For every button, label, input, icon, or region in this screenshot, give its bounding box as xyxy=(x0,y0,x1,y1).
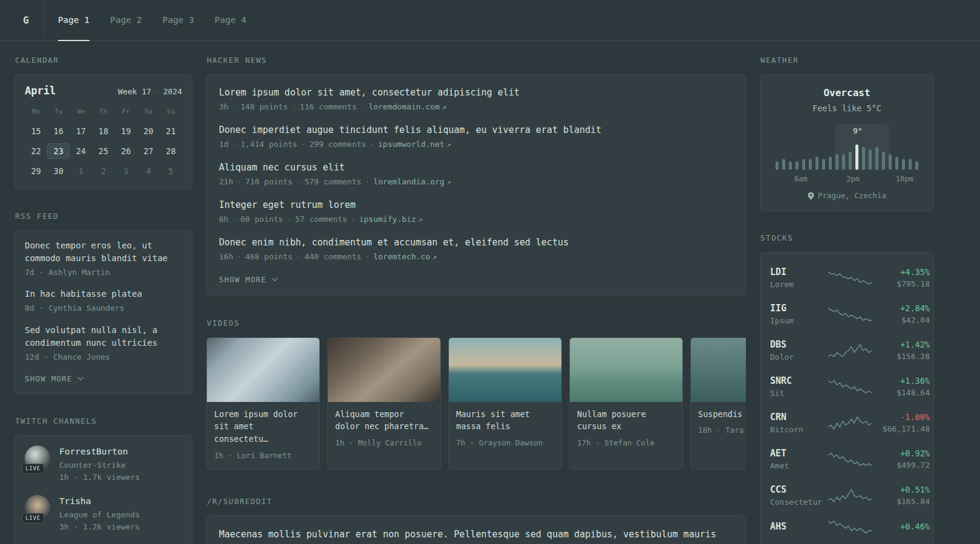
live-badge: LIVE xyxy=(22,513,44,524)
rss-list: Donec tempor eros leo, ut commodo mauris… xyxy=(25,239,182,363)
stock-row[interactable]: AHS +0.46% xyxy=(770,514,924,540)
stock-row[interactable]: SNRC Sit +1.36% $148.64 xyxy=(770,369,924,405)
separator: · xyxy=(361,102,365,111)
hn-item-age: 21h xyxy=(219,177,233,186)
hn-item-domain-link[interactable]: ipsumify.biz↗ xyxy=(359,215,423,224)
calendar-dow-label: Fr xyxy=(115,107,137,117)
stock-row[interactable]: IIG Ipsum +2.84% $42.04 xyxy=(770,296,924,332)
rss-item: In hac habitasse platea 8d · Cynthia Sau… xyxy=(25,288,182,314)
video-title: Suspendis diam xyxy=(698,408,746,421)
hn-item-age: 16h xyxy=(219,252,233,261)
stock-symbol: IIG xyxy=(770,302,828,316)
hn-item-title[interactable]: Integer eget rutrum lorem xyxy=(219,198,733,212)
rss-section: RSS FEED Donec tempor eros leo, ut commo… xyxy=(15,211,192,395)
calendar-day: 27 xyxy=(137,143,160,159)
stock-row[interactable]: CCS Consectetur +0.51% $165.84 xyxy=(770,478,924,514)
stock-row[interactable]: LDI Lorem +4.35% $795.18 xyxy=(770,260,924,296)
stock-name: Sit xyxy=(770,387,828,400)
hn-item-title[interactable]: Lorem ipsum dolor sit amet, consectetur … xyxy=(219,86,733,100)
page-tab[interactable]: Page 1 xyxy=(58,0,90,40)
hn-item-comments-link[interactable]: 299 comments xyxy=(309,140,366,149)
channel-game: Counter-Strike xyxy=(59,461,126,470)
hn-item-domain-link[interactable]: ipsumworld.net↗ xyxy=(378,140,451,149)
hn-item-domain-link[interactable]: loremlandia.org↗ xyxy=(373,177,451,186)
video-title: Lorem ipsum dolor sit amet consectetu… xyxy=(214,408,312,446)
hn-item-comments-link[interactable]: 116 comments xyxy=(300,102,357,111)
stock-price: $66,171.48 xyxy=(872,423,930,435)
right-column: WEATHER Overcast Feels like 5°C 9° 6am2p… xyxy=(760,55,934,544)
calendar-day: 21 xyxy=(160,123,182,139)
time-label: 2pm xyxy=(846,173,860,184)
calendar-day: 30 xyxy=(47,163,70,179)
hn-item-comments-link[interactable]: 579 comments xyxy=(304,177,361,186)
rss-section-title: RSS FEED xyxy=(15,211,192,222)
stocks-section: STOCKS LDI Lorem +4.35% $795.18 xyxy=(760,233,934,544)
calendar-days-grid: 15 16 17 18 19 20 21 22 xyxy=(25,123,182,179)
channel-name: Trisha xyxy=(59,495,140,508)
weather-location: Prague, Czechia xyxy=(770,190,924,202)
app-logo: G xyxy=(15,0,44,40)
calendar-section-title: CALENDAR xyxy=(15,55,192,66)
hn-item-domain-link[interactable]: loremdomain.com↗ xyxy=(368,102,446,111)
page-tab[interactable]: Page 3 xyxy=(162,0,194,40)
hn-item-comments-link[interactable]: 57 comments xyxy=(295,215,347,224)
stock-name: Ipsum xyxy=(770,315,828,327)
separator: · xyxy=(370,140,374,149)
stock-row[interactable]: AET Amet +0.92% $499.72 xyxy=(770,441,924,478)
video-meta: 7h · Grayson Dawson xyxy=(456,438,554,449)
calendar-day: 20 xyxy=(137,123,160,139)
videos-section: VIDEOS Lorem ipsum dolor sit amet consec… xyxy=(206,318,746,470)
time-label: 10pm xyxy=(896,173,913,184)
twitch-channel-row[interactable]: LIVE Trisha League of Legends 3h · 1.2k … xyxy=(25,495,182,533)
stock-price: $148.64 xyxy=(872,387,930,399)
page-tab[interactable]: Page 4 xyxy=(215,0,246,40)
hn-item-points: 710 points xyxy=(245,177,292,186)
twitch-channel-list: LIVE ForrestBurton Counter-Strike 1h · 1… xyxy=(25,445,182,544)
calendar-dow-label: Sa xyxy=(137,107,160,117)
stock-price: $165.84 xyxy=(872,496,930,508)
weather-time-labels: 6am2pm10pm xyxy=(770,173,924,184)
rss-item-title[interactable]: Sed volutpat nulla nisl, a condimentum n… xyxy=(25,324,182,350)
video-card[interactable]: Mauris sit amet massa felis 7h · Grayson… xyxy=(448,337,562,470)
videos-section-title: VIDEOS xyxy=(207,318,746,329)
twitch-channel-row[interactable]: LIVE ForrestBurton Counter-Strike 1h · 1… xyxy=(25,445,182,483)
stock-row[interactable]: CRN Bitcorn -1.00% $66,171.48 xyxy=(770,405,924,441)
separator: · xyxy=(292,102,296,111)
rss-show-more-button[interactable]: SHOW MORE xyxy=(25,374,82,383)
hn-item-title[interactable]: Donec imperdiet augue tincidunt felis al… xyxy=(219,123,733,137)
video-title: Aliquam tempor dolor nec pharetra… xyxy=(335,408,433,433)
stock-symbol: AET xyxy=(770,447,828,461)
separator: · xyxy=(232,140,237,149)
calendar-widget: April Week 17·2024 MoTuWeThFrSaSu 15 16 … xyxy=(15,74,192,189)
stock-change: -1.00% xyxy=(872,411,930,423)
calendar-day: 17 xyxy=(70,123,92,139)
video-card[interactable]: Lorem ipsum dolor sit amet consectetu… 1… xyxy=(206,337,320,470)
rss-item-title[interactable]: Donec tempor eros leo, ut commodo mauris… xyxy=(25,239,182,265)
hacker-news-item: Lorem ipsum dolor sit amet, consectetur … xyxy=(219,86,733,113)
weather-widget: Overcast Feels like 5°C 9° 6am2pm10pm Pr… xyxy=(760,74,934,211)
video-card[interactable]: Suspendis diam 18h · Tara xyxy=(690,337,746,470)
hn-show-more-button[interactable]: SHOW MORE xyxy=(219,275,276,284)
top-nav: G Page 1 Page 2 Page 3 Page 4 xyxy=(0,0,980,41)
twitch-widget: LIVE ForrestBurton Counter-Strike 1h · 1… xyxy=(15,435,192,544)
weather-temp-label: 9° xyxy=(853,125,863,137)
hn-item-title[interactable]: Donec enim nibh, condimentum et accumsan… xyxy=(219,236,733,250)
hn-item-title[interactable]: Aliquam nec cursus elit xyxy=(219,161,733,175)
stock-row[interactable]: DBS Dolor +1.42% $156.28 xyxy=(770,332,924,369)
rss-item: Donec tempor eros leo, ut commodo mauris… xyxy=(25,239,182,279)
hacker-news-item: Aliquam nec cursus elit 21h·710 points·5… xyxy=(219,161,733,188)
video-card[interactable]: Aliquam tempor dolor nec pharetra… 1h · … xyxy=(327,337,441,470)
hn-item-comments-link[interactable]: 440 comments xyxy=(304,252,361,261)
page-tab[interactable]: Page 2 xyxy=(110,0,142,40)
weather-condition: Overcast xyxy=(770,86,924,100)
stock-change: +0.51% xyxy=(872,484,930,496)
video-card[interactable]: Nullam posuere cursus ex 17h · Stefan Co… xyxy=(569,337,683,470)
page-tabs: Page 1 Page 2 Page 3 Page 4 xyxy=(44,0,247,40)
hacker-news-item: Donec imperdiet augue tincidunt felis al… xyxy=(219,123,733,151)
subreddit-post-title[interactable]: Maecenas mollis pulvinar erat non posuer… xyxy=(219,527,733,544)
calendar-dow-label: Mo xyxy=(25,107,47,117)
rss-item-title[interactable]: In hac habitasse platea xyxy=(25,288,182,301)
hn-item-domain-link[interactable]: loremtech.co↗ xyxy=(373,252,437,261)
hn-item-age: 1d xyxy=(219,140,229,149)
separator: · xyxy=(296,177,301,186)
